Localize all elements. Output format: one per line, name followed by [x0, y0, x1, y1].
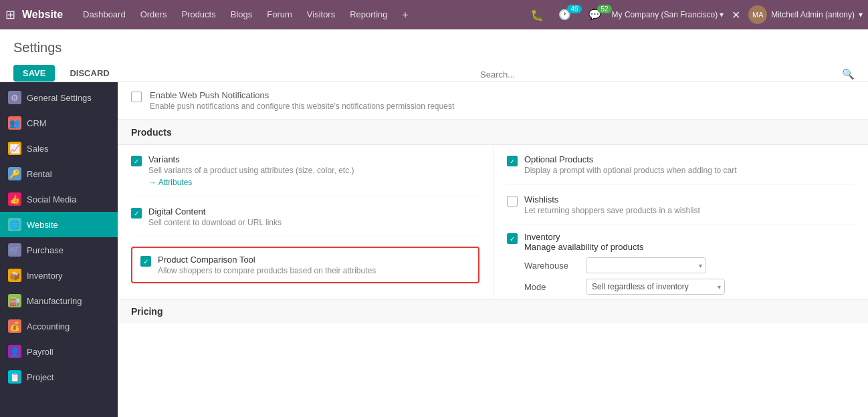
user-name: Mitchell Admin (antony) — [771, 10, 855, 19]
nav-dashboard[interactable]: Dashboard — [76, 7, 132, 23]
variants-desc: Sell variants of a product using attribu… — [148, 166, 354, 175]
discard-button[interactable]: DISCARD — [60, 65, 118, 82]
chat-badge-button[interactable]: 💬 52 — [582, 9, 608, 21]
inventory-text: Inventory Manage availability of product… — [524, 232, 855, 295]
sidebar-label-general-settings: General Settings — [27, 93, 92, 103]
product-comparison-checkbox[interactable]: ✓ — [140, 256, 151, 267]
sidebar-item-manufacturing[interactable]: 🏭 Manufacturing — [0, 288, 118, 313]
right-column: ✓ Optional Products Display a prompt wit… — [493, 145, 868, 299]
variants-title: Variants — [148, 154, 354, 164]
company-name: My Company (San Francisco) — [612, 10, 718, 19]
optional-products-setting: ✓ Optional Products Display a prompt wit… — [507, 145, 855, 185]
top-navigation: ⊞ Website Dashboard Orders Products Blog… — [0, 0, 868, 29]
digital-content-text: Digital Content Sell content to download… — [148, 206, 282, 227]
warehouse-select[interactable] — [586, 257, 706, 273]
wishlists-checkbox[interactable] — [507, 196, 518, 206]
wishlists-text: Wishlists Let returning shoppers save pr… — [524, 194, 700, 215]
digital-content-setting: ✓ Digital Content Sell content to downlo… — [131, 197, 479, 237]
sidebar-label-payroll: Payroll — [27, 347, 53, 357]
page-title: Settings — [13, 36, 855, 59]
save-button[interactable]: SAVE — [13, 65, 55, 82]
sidebar-label-website: Website — [27, 220, 58, 230]
sidebar-item-project[interactable]: 📋 Project — [0, 364, 118, 390]
manufacturing-icon: 🏭 — [8, 294, 21, 307]
sidebar-label-purchase: Purchase — [27, 245, 64, 255]
search-input[interactable] — [480, 70, 842, 80]
notifications-checkbox[interactable] — [131, 92, 142, 102]
product-comparison-highlight: ✓ Product Comparison Tool Allow shoppers… — [131, 247, 479, 283]
sidebar: ⚙ General Settings 👥 CRM 📈 Sales 🔑 Renta… — [0, 82, 118, 417]
attributes-link[interactable]: → Attributes — [148, 178, 354, 187]
sidebar-item-accounting[interactable]: 💰 Accounting — [0, 313, 118, 339]
company-dropdown-icon: ▾ — [720, 10, 724, 19]
wishlists-title: Wishlists — [524, 194, 700, 204]
wishlists-setting: Wishlists Let returning shoppers save pr… — [507, 185, 855, 225]
nav-forum[interactable]: Forum — [260, 7, 299, 23]
sidebar-item-purchase[interactable]: 🛒 Purchase — [0, 237, 118, 263]
digital-content-checkbox[interactable]: ✓ — [131, 208, 142, 219]
website-icon: 🌐 — [8, 218, 21, 231]
sidebar-label-inventory: Inventory — [27, 271, 62, 281]
search-bar: 🔍 — [480, 65, 855, 84]
sidebar-label-project: Project — [27, 372, 53, 382]
optional-products-checkbox[interactable]: ✓ — [507, 156, 518, 166]
nav-links: Dashboard Orders Products Blogs Forum Vi… — [76, 7, 524, 23]
nav-products[interactable]: Products — [175, 7, 222, 23]
avatar: MA — [748, 5, 767, 24]
sidebar-label-rental: Rental — [27, 169, 52, 179]
product-comparison-title: Product Comparison Tool — [158, 255, 376, 265]
inventory-desc: Manage availability of products — [524, 242, 855, 252]
bug-icon[interactable]: 🐛 — [526, 7, 548, 23]
brand-name: Website — [22, 9, 63, 21]
sidebar-item-website[interactable]: 🌐 Website — [0, 212, 118, 237]
sidebar-item-rental[interactable]: 🔑 Rental — [0, 161, 118, 186]
products-grid: ✓ Variants Sell variants of a product us… — [118, 145, 868, 299]
inventory-icon: 📦 — [8, 269, 21, 282]
project-icon: 📋 — [8, 370, 21, 384]
sidebar-label-social-media: Social Media — [27, 194, 76, 204]
notifications-text: Enable Web Push Notifications Enable pus… — [150, 90, 454, 111]
page-header: Settings 🔍 SAVE DISCARD — [0, 29, 868, 82]
variants-setting: ✓ Variants Sell variants of a product us… — [131, 145, 479, 197]
sidebar-item-social-media[interactable]: 👍 Social Media — [0, 186, 118, 212]
user-dropdown-icon: ▾ — [859, 10, 863, 19]
accounting-icon: 💰 — [8, 319, 21, 333]
mode-select[interactable]: Sell regardless of inventory Block order… — [586, 279, 725, 295]
optional-products-desc: Display a prompt with optional products … — [524, 166, 737, 175]
sidebar-label-manufacturing: Manufacturing — [27, 296, 82, 306]
sidebar-item-payroll[interactable]: 👤 Payroll — [0, 339, 118, 364]
variants-text: Variants Sell variants of a product usin… — [148, 154, 354, 187]
sidebar-label-accounting: Accounting — [27, 321, 70, 331]
digital-content-desc: Sell content to download or URL links — [148, 218, 282, 227]
sidebar-label-sales: Sales — [27, 144, 49, 154]
pricing-heading: Pricing — [131, 306, 162, 317]
close-session-icon[interactable]: ✕ — [728, 7, 744, 23]
clock-badge-button[interactable]: 🕐 49 — [552, 9, 578, 21]
nav-blogs[interactable]: Blogs — [224, 7, 259, 23]
company-selector[interactable]: My Company (San Francisco) ▾ — [612, 10, 724, 19]
sidebar-item-sales[interactable]: 📈 Sales — [0, 136, 118, 161]
sales-icon: 📈 — [8, 142, 21, 155]
sidebar-item-inventory[interactable]: 📦 Inventory — [0, 263, 118, 288]
digital-content-title: Digital Content — [148, 206, 282, 217]
sidebar-item-general-settings[interactable]: ⚙ General Settings — [0, 85, 118, 110]
nav-reporting[interactable]: Reporting — [343, 7, 394, 23]
warehouse-label: Warehouse — [524, 261, 578, 271]
payroll-icon: 👤 — [8, 345, 21, 358]
nav-orders[interactable]: Orders — [134, 7, 174, 23]
sidebar-item-crm[interactable]: 👥 CRM — [0, 110, 118, 136]
user-menu[interactable]: MA Mitchell Admin (antony) ▾ — [748, 5, 863, 24]
inventory-checkbox[interactable]: ✓ — [507, 233, 518, 244]
variants-checkbox[interactable]: ✓ — [131, 156, 142, 166]
optional-products-title: Optional Products — [524, 154, 737, 164]
product-comparison-container: ✓ Product Comparison Tool Allow shoppers… — [131, 237, 479, 293]
social-media-icon: 👍 — [8, 192, 21, 206]
nav-visitors[interactable]: Visitors — [300, 7, 342, 23]
optional-products-text: Optional Products Display a prompt with … — [524, 154, 737, 175]
sidebar-label-crm: CRM — [27, 118, 47, 128]
apps-icon[interactable]: ⊞ — [5, 7, 15, 22]
product-comparison-text: Product Comparison Tool Allow shoppers t… — [158, 255, 376, 275]
nav-add-icon[interactable]: ＋ — [396, 7, 415, 23]
rental-icon: 🔑 — [8, 167, 21, 180]
notifications-section: Enable Web Push Notifications Enable pus… — [118, 82, 868, 120]
